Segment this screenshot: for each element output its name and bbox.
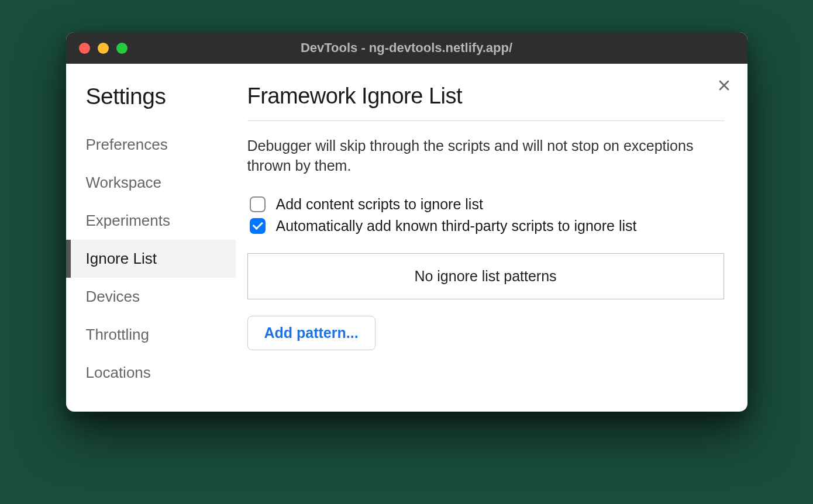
close-window-button[interactable] [79,43,90,54]
sidebar-item-label: Locations [86,364,151,381]
button-label: Add pattern... [264,325,359,341]
sidebar-item-locations[interactable]: Locations [66,354,236,392]
sidebar-item-label: Workspace [86,174,162,191]
maximize-window-button[interactable] [116,43,128,54]
close-icon[interactable] [717,78,731,95]
window-title: DevTools - ng-devtools.netlify.app/ [301,40,512,56]
page-description: Debugger will skip through the scripts a… [247,136,724,176]
minimize-window-button[interactable] [98,43,109,54]
sidebar-item-ignore-list[interactable]: Ignore List [66,240,236,278]
sidebar-item-workspace[interactable]: Workspace [66,164,236,202]
checkbox-label: Add content scripts to ignore list [276,196,483,213]
empty-state-text: No ignore list patterns [414,268,556,284]
checkbox-content-scripts[interactable] [250,196,266,212]
sidebar-item-label: Preferences [86,136,168,153]
main-panel: Framework Ignore List Debugger will skip… [236,64,747,412]
sidebar-item-preferences[interactable]: Preferences [66,126,236,164]
window-body: Settings Preferences Workspace Experimen… [66,64,747,412]
settings-sidebar: Settings Preferences Workspace Experimen… [66,64,236,412]
window-controls [79,43,128,54]
checkbox-row-content-scripts[interactable]: Add content scripts to ignore list [247,196,724,213]
sidebar-item-experiments[interactable]: Experiments [66,202,236,240]
devtools-settings-window: DevTools - ng-devtools.netlify.app/ Sett… [66,32,747,412]
window-titlebar: DevTools - ng-devtools.netlify.app/ [66,32,747,64]
checkbox-label: Automatically add known third-party scri… [276,218,637,234]
ignore-list-patterns-box: No ignore list patterns [247,253,724,299]
sidebar-item-label: Throttling [86,326,149,343]
checkbox-row-third-party[interactable]: Automatically add known third-party scri… [247,218,724,234]
add-pattern-button[interactable]: Add pattern... [247,316,376,350]
sidebar-item-label: Experiments [86,212,171,229]
sidebar-item-throttling[interactable]: Throttling [66,316,236,354]
sidebar-item-label: Devices [86,288,140,305]
sidebar-item-label: Ignore List [86,250,157,267]
checkbox-third-party[interactable] [250,218,266,234]
sidebar-item-devices[interactable]: Devices [66,278,236,316]
page-title: Framework Ignore List [247,84,724,121]
sidebar-title: Settings [86,84,236,109]
